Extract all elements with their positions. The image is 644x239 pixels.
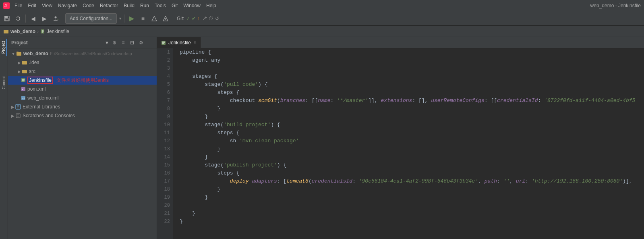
save-all-btn[interactable]: [2, 13, 12, 24]
rebuild-btn[interactable]: [160, 13, 171, 24]
menu-build[interactable]: Build: [121, 2, 137, 9]
run-btn[interactable]: ▶: [126, 13, 137, 24]
editor-area: Jenkinsfile ✕ 1 2 3 4 5 6 7 8 9 10 11 12…: [157, 37, 644, 239]
menu-code[interactable]: Code: [80, 2, 97, 9]
menu-tools[interactable]: Tools: [152, 2, 168, 9]
tab-bar: Jenkinsfile ✕: [157, 37, 644, 48]
tree-item-scratches[interactable]: ▶ Scratches and Consoles: [8, 111, 157, 120]
panel-actions: ⊕ ≡ ⊟ ⚙ —: [111, 39, 153, 46]
menu-edit[interactable]: Edit: [25, 2, 39, 9]
jenkinsfile-name-highlight: Jenkinsfile: [27, 77, 53, 84]
ext-libs-label: External Libraries: [23, 104, 60, 110]
tree-item-pom[interactable]: x pom.xml: [8, 85, 157, 94]
scratches-icon: [15, 113, 21, 118]
idea-folder-icon: [22, 60, 27, 65]
tree-item-idea[interactable]: ▶ .idea: [8, 58, 157, 67]
menu-refactor[interactable]: Refactor: [97, 2, 120, 9]
svg-rect-21: [22, 70, 24, 71]
code-content[interactable]: pipeline { agent any stages { stage('pul…: [173, 48, 644, 239]
svg-text:J: J: [4, 4, 7, 8]
vertical-tabs: Project Commit: [0, 37, 8, 239]
ext-libs-icon: [15, 104, 21, 110]
panel-dropdown-arrow[interactable]: ▼: [105, 40, 109, 45]
profile-btn[interactable]: [50, 13, 61, 24]
iml-name: web_demo.iml: [27, 95, 58, 101]
add-config-dropdown-arrow[interactable]: ▼: [118, 17, 122, 21]
scratches-label: Scratches and Consoles: [23, 113, 75, 118]
add-configuration-button[interactable]: Add Configuration...: [65, 13, 117, 24]
panel-list-btn[interactable]: ≡: [120, 39, 127, 46]
svg-rect-17: [17, 52, 19, 53]
toolbar-sep-3: [124, 15, 124, 23]
idea-name: .idea: [29, 60, 39, 65]
svg-marker-7: [152, 16, 157, 21]
tree-item-ext-libs[interactable]: ▶ External Libraries: [8, 102, 157, 111]
menu-navigate[interactable]: Navigate: [56, 2, 79, 9]
tree-item-src[interactable]: ▶ src: [8, 67, 157, 76]
panel-header: Project ▼ ⊕ ≡ ⊟ ⚙ —: [8, 37, 157, 48]
iml-icon: iml: [21, 96, 26, 100]
git-branch-icon[interactable]: ⎇: [201, 16, 207, 21]
menu-file[interactable]: File: [12, 2, 25, 9]
app-logo: J: [3, 2, 10, 9]
tab-close-btn[interactable]: ✕: [193, 40, 197, 45]
editor-tab-jenkinsfile[interactable]: Jenkinsfile ✕: [157, 37, 201, 48]
toolbar: ◀ ▶ Add Configuration... ▼ ▶ ■ Git: ✓ ✔ …: [0, 11, 644, 26]
toolbar-sep-1: [25, 15, 26, 23]
sync-btn[interactable]: [13, 13, 23, 24]
git-check2-icon[interactable]: ✔: [192, 16, 196, 21]
vtab-project[interactable]: Project: [0, 39, 7, 56]
git-history-icon[interactable]: ⏱: [209, 16, 213, 21]
breadcrumb-bar: web_demo › Jenkinsfile: [0, 26, 644, 37]
jenkinsfile-icon: [21, 78, 26, 83]
menu-bar[interactable]: File Edit View Navigate Code Refactor Bu…: [12, 2, 219, 9]
tree-item-iml[interactable]: iml web_demo.iml: [8, 94, 157, 102]
scratches-arrow: ▶: [11, 114, 14, 118]
tab-label: Jenkinsfile: [168, 40, 191, 46]
svg-marker-6: [58, 19, 58, 20]
menu-git[interactable]: Git: [169, 2, 180, 9]
src-arrow: ▶: [18, 69, 21, 74]
git-undo-icon[interactable]: ↺: [215, 16, 219, 21]
root-name: web_demo: [23, 51, 48, 56]
menu-run[interactable]: Run: [138, 2, 151, 9]
build-btn[interactable]: [149, 13, 159, 24]
back-btn[interactable]: ◀: [28, 13, 38, 24]
panel-collapse-btn[interactable]: ⊟: [128, 39, 136, 46]
ext-libs-arrow: ▶: [11, 105, 14, 109]
panel-close-btn[interactable]: —: [146, 39, 153, 46]
menu-view[interactable]: View: [39, 2, 55, 9]
forward-btn[interactable]: ▶: [39, 13, 50, 24]
git-push-icon[interactable]: ↑: [197, 16, 200, 21]
stop-btn[interactable]: ■: [138, 13, 148, 24]
svg-point-5: [55, 16, 57, 18]
code-editor[interactable]: 1 2 3 4 5 6 7 8 9 10 11 12 13 14 15 16 1…: [157, 48, 644, 239]
svg-rect-3: [5, 16, 8, 18]
breadcrumb-project[interactable]: web_demo: [10, 29, 35, 34]
svg-rect-34: [16, 114, 20, 118]
pom-icon: x: [21, 87, 26, 91]
src-name: src: [29, 69, 35, 74]
annotation-text: 文件名最好就使用Jenkis: [56, 77, 109, 84]
project-icon: [3, 29, 9, 34]
root-path: F:\Software install\JetBrains\Code\works…: [50, 51, 132, 56]
menu-window[interactable]: Window: [181, 2, 203, 9]
breadcrumb-file[interactable]: Jenkinsfile: [47, 29, 69, 34]
idea-arrow: ▶: [18, 60, 21, 65]
src-folder-icon: [22, 69, 27, 74]
breadcrumb: web_demo › Jenkinsfile: [3, 29, 69, 34]
toolbar-sep-4: [173, 15, 173, 23]
jenkinsfile-name: Jenkinsfile: [27, 77, 53, 83]
vtab-commit[interactable]: Commit: [1, 73, 7, 91]
panel-settings-btn[interactable]: ⚙: [137, 39, 145, 46]
title-bar: J File Edit View Navigate Code Refactor …: [0, 0, 644, 11]
tree-root[interactable]: ▼ web_demo F:\Software install\JetBrains…: [8, 49, 157, 58]
git-check-icon[interactable]: ✓: [186, 16, 190, 21]
file-icon-breadcrumb: [40, 29, 45, 34]
project-panel: Project ▼ ⊕ ≡ ⊟ ⚙ — ▼ web_demo F:\Softwa…: [8, 37, 157, 239]
tree-item-jenkinsfile[interactable]: Jenkinsfile 文件名最好就使用Jenkis: [8, 76, 157, 85]
svg-text:x: x: [22, 88, 23, 91]
menu-help[interactable]: Help: [204, 2, 219, 9]
panel-add-btn[interactable]: ⊕: [111, 39, 118, 46]
pom-name: pom.xml: [27, 86, 46, 92]
